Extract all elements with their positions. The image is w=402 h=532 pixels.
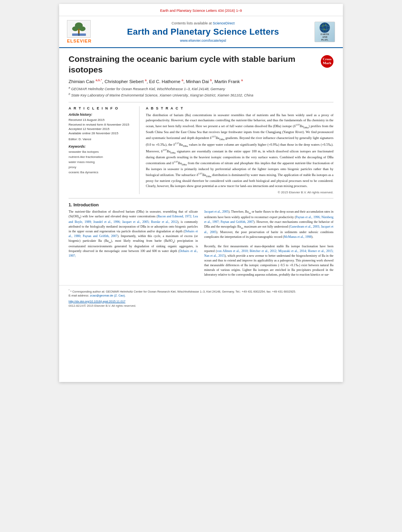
journal-reference-bar: Earth and Planetary Science Letters 434 … xyxy=(59,4,343,16)
title-row: Constraining the oceanic barium cycle wi… xyxy=(69,54,333,75)
keywords-list: seawater Ba isotopes nutrient-like fract… xyxy=(69,150,134,175)
editor-name: Editor: D. Vance xyxy=(69,137,134,141)
earth-logo-text: EARTHANDPLAN. xyxy=(320,33,329,42)
keywords-label: Keywords: xyxy=(69,145,134,148)
journal-reference: Earth and Planetary Science Letters 434 … xyxy=(160,9,242,13)
elsevier-brand-name: ELSEVIER xyxy=(67,39,91,43)
elsevier-logo-area: ELSEVIER xyxy=(67,20,91,43)
crossmark-badge[interactable]: CrossMark xyxy=(321,55,333,68)
introduction-left-text: The nutrient-like distribution of dissol… xyxy=(69,209,198,258)
abstract-text: The distribution of barium (Ba) concentr… xyxy=(146,113,333,188)
svg-point-2 xyxy=(72,26,78,31)
sciencedirect-link[interactable]: ScienceDirect xyxy=(213,21,235,25)
introduction-left-col: The nutrient-like distribution of dissol… xyxy=(69,209,198,277)
abstract-column: A B S T R A C T The distribution of bari… xyxy=(146,106,333,194)
introduction-heading: 1. Introduction xyxy=(69,202,333,207)
affiliations: a GEOMAR Helmholtz Center for Ocean Rese… xyxy=(69,86,333,98)
introduction-right-col: Jacquet et al., 2005). Therefore, Baxs o… xyxy=(204,209,333,277)
earth-logo: EARTHANDPLAN. xyxy=(315,22,335,42)
journal-header: ELSEVIER Contents lists available at Sci… xyxy=(59,16,343,48)
article-history-block: Article history: Received 13 August 2015… xyxy=(69,113,134,141)
issn-line: 0012-821X/© 2015 Elsevier B.V. All right… xyxy=(69,304,333,308)
article-info-abstract: A R T I C L E I N F O Article history: R… xyxy=(69,106,333,194)
revised-date: Received in revised form 8 November 2015 xyxy=(69,122,134,127)
email-address[interactable]: zcao@geomar.de (Z. Cao). xyxy=(90,294,126,297)
introduction-section: The nutrient-like distribution of dissol… xyxy=(69,209,333,277)
history-label: Article history: xyxy=(69,113,134,117)
abstract-heading: A B S T R A C T xyxy=(146,106,333,110)
main-content: Constraining the oceanic barium cycle wi… xyxy=(59,48,343,281)
available-date: Available online 28 November 2015 xyxy=(69,131,134,135)
introduction-right-text: Jacquet et al., 2005). Therefore, Baxs o… xyxy=(204,209,333,277)
article-info-heading: A R T I C L E I N F O xyxy=(69,106,134,110)
crossmark-label: CrossMark xyxy=(323,57,331,65)
footnote-corresponding: * * Corresponding author at: GEOMAR Helm… xyxy=(69,289,333,294)
svg-rect-5 xyxy=(72,33,86,36)
journal-name: Earth and Planetary Science Letters xyxy=(91,27,315,37)
article-info-column: A R T I C L E I N F O Article history: R… xyxy=(69,106,140,194)
article-title: Constraining the oceanic barium cycle wi… xyxy=(69,54,317,75)
accepted-date: Accepted 12 November 2015 xyxy=(69,127,134,131)
authors-line: Zhimian Cao a,b,*, Christopher Siebert a… xyxy=(69,78,333,84)
copyright-notice: © 2015 Elsevier B.V. All rights reserved… xyxy=(146,191,333,194)
keywords-block: Keywords: seawater Ba isotopes nutrient-… xyxy=(69,145,134,175)
svg-point-3 xyxy=(79,26,86,31)
contents-available-text: Contents lists available at ScienceDirec… xyxy=(91,21,315,25)
received-date: Received 13 August 2015 xyxy=(69,118,134,122)
page: Earth and Planetary Science Letters 434 … xyxy=(59,4,343,382)
footnote-email: E-mail address: zcao@geomar.de (Z. Cao). xyxy=(69,293,333,298)
divider-1 xyxy=(69,102,333,102)
elsevier-tree-icon xyxy=(67,20,91,38)
page-footer: * * Corresponding author at: GEOMAR Helm… xyxy=(59,285,343,311)
divider-2 xyxy=(69,198,333,198)
doi-link[interactable]: http://dx.doi.org/10.1016/j.epsl.2015.11… xyxy=(69,300,333,303)
journal-title-area: Contents lists available at ScienceDirec… xyxy=(91,21,315,43)
svg-point-6 xyxy=(320,22,330,33)
journal-url-link[interactable]: www.elsevier.com/locate/epsl xyxy=(91,39,315,43)
